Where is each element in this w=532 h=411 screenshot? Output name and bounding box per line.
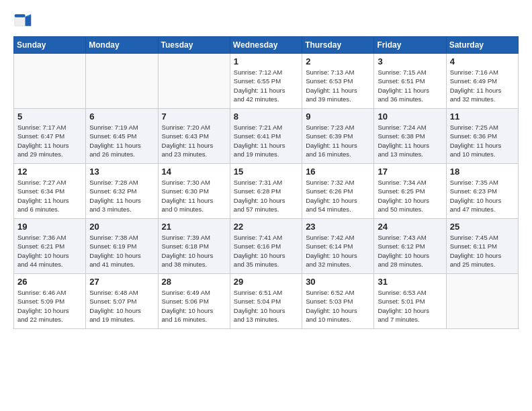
day-info: Sunrise: 7:17 AM Sunset: 6:47 PM Dayligh… <box>17 123 82 158</box>
day-info: Sunrise: 7:25 AM Sunset: 6:36 PM Dayligh… <box>450 123 515 158</box>
day-info: Sunrise: 7:27 AM Sunset: 6:34 PM Dayligh… <box>17 178 82 214</box>
day-cell: 13Sunrise: 7:28 AM Sunset: 6:32 PM Dayli… <box>86 164 158 219</box>
week-row-4: 19Sunrise: 7:36 AM Sunset: 6:21 PM Dayli… <box>14 219 519 274</box>
day-cell: 12Sunrise: 7:27 AM Sunset: 6:34 PM Dayli… <box>14 164 86 219</box>
day-number: 11 <box>450 111 515 122</box>
day-cell: 26Sunrise: 6:46 AM Sunset: 5:09 PM Dayli… <box>14 274 86 329</box>
day-cell: 16Sunrise: 7:32 AM Sunset: 6:26 PM Dayli… <box>302 164 374 219</box>
day-cell: 18Sunrise: 7:35 AM Sunset: 6:23 PM Dayli… <box>446 164 518 219</box>
day-number: 18 <box>450 167 515 177</box>
day-cell <box>14 54 86 109</box>
day-number: 12 <box>17 167 82 177</box>
day-number: 15 <box>234 167 298 177</box>
day-cell: 22Sunrise: 7:41 AM Sunset: 6:16 PM Dayli… <box>230 219 302 274</box>
day-cell: 10Sunrise: 7:24 AM Sunset: 6:38 PM Dayli… <box>374 109 446 164</box>
day-number: 20 <box>89 222 154 232</box>
week-row-3: 12Sunrise: 7:27 AM Sunset: 6:34 PM Dayli… <box>14 164 519 219</box>
day-cell <box>446 274 518 329</box>
day-number: 1 <box>234 56 298 66</box>
svg-rect-1 <box>15 14 26 17</box>
day-info: Sunrise: 7:20 AM Sunset: 6:43 PM Dayligh… <box>162 123 226 158</box>
day-info: Sunrise: 7:30 AM Sunset: 6:30 PM Dayligh… <box>162 178 226 214</box>
col-header-monday: Monday <box>86 37 158 54</box>
day-number: 7 <box>162 111 226 122</box>
day-cell: 23Sunrise: 7:42 AM Sunset: 6:14 PM Dayli… <box>302 219 374 274</box>
week-row-2: 5Sunrise: 7:17 AM Sunset: 6:47 PM Daylig… <box>14 109 519 164</box>
day-info: Sunrise: 7:21 AM Sunset: 6:41 PM Dayligh… <box>234 123 298 158</box>
day-cell: 14Sunrise: 7:30 AM Sunset: 6:30 PM Dayli… <box>158 164 230 219</box>
day-cell: 3Sunrise: 7:15 AM Sunset: 6:51 PM Daylig… <box>374 54 446 109</box>
day-cell: 4Sunrise: 7:16 AM Sunset: 6:49 PM Daylig… <box>446 54 518 109</box>
day-number: 21 <box>162 222 226 232</box>
day-cell: 30Sunrise: 6:52 AM Sunset: 5:03 PM Dayli… <box>302 274 374 329</box>
day-number: 8 <box>234 111 298 122</box>
day-info: Sunrise: 7:23 AM Sunset: 6:39 PM Dayligh… <box>306 123 370 158</box>
day-cell: 8Sunrise: 7:21 AM Sunset: 6:41 PM Daylig… <box>230 109 302 164</box>
day-number: 23 <box>306 222 370 232</box>
day-info: Sunrise: 7:28 AM Sunset: 6:32 PM Dayligh… <box>89 178 154 214</box>
day-info: Sunrise: 6:48 AM Sunset: 5:07 PM Dayligh… <box>89 288 154 324</box>
col-header-sunday: Sunday <box>14 37 86 54</box>
day-info: Sunrise: 7:16 AM Sunset: 6:49 PM Dayligh… <box>450 68 515 103</box>
day-info: Sunrise: 7:13 AM Sunset: 6:53 PM Dayligh… <box>306 68 370 103</box>
day-cell: 5Sunrise: 7:17 AM Sunset: 6:47 PM Daylig… <box>14 109 86 164</box>
day-number: 10 <box>378 111 442 122</box>
day-number: 3 <box>378 56 442 66</box>
day-cell: 7Sunrise: 7:20 AM Sunset: 6:43 PM Daylig… <box>158 109 230 164</box>
day-number: 4 <box>450 56 515 66</box>
col-header-tuesday: Tuesday <box>158 37 230 54</box>
day-cell: 9Sunrise: 7:23 AM Sunset: 6:39 PM Daylig… <box>302 109 374 164</box>
day-number: 28 <box>162 277 226 287</box>
day-info: Sunrise: 7:39 AM Sunset: 6:18 PM Dayligh… <box>162 233 226 269</box>
day-number: 16 <box>306 167 370 177</box>
day-cell: 28Sunrise: 6:49 AM Sunset: 5:06 PM Dayli… <box>158 274 230 329</box>
day-cell: 6Sunrise: 7:19 AM Sunset: 6:45 PM Daylig… <box>86 109 158 164</box>
day-info: Sunrise: 7:19 AM Sunset: 6:45 PM Dayligh… <box>89 123 154 158</box>
col-header-friday: Friday <box>374 37 446 54</box>
day-info: Sunrise: 7:31 AM Sunset: 6:28 PM Dayligh… <box>234 178 298 214</box>
day-info: Sunrise: 6:51 AM Sunset: 5:04 PM Dayligh… <box>234 288 298 324</box>
day-cell: 2Sunrise: 7:13 AM Sunset: 6:53 PM Daylig… <box>302 54 374 109</box>
day-number: 26 <box>17 277 82 287</box>
day-info: Sunrise: 7:24 AM Sunset: 6:38 PM Dayligh… <box>378 123 442 158</box>
col-header-wednesday: Wednesday <box>230 37 302 54</box>
day-number: 19 <box>17 222 82 232</box>
day-info: Sunrise: 7:34 AM Sunset: 6:25 PM Dayligh… <box>378 178 442 214</box>
day-info: Sunrise: 6:53 AM Sunset: 5:01 PM Dayligh… <box>378 288 442 324</box>
day-number: 30 <box>306 277 370 287</box>
calendar-header-row: SundayMondayTuesdayWednesdayThursdayFrid… <box>14 37 519 54</box>
day-number: 2 <box>306 56 370 66</box>
day-number: 6 <box>89 111 154 122</box>
day-number: 13 <box>89 167 154 177</box>
day-info: Sunrise: 7:35 AM Sunset: 6:23 PM Dayligh… <box>450 178 515 214</box>
day-cell: 31Sunrise: 6:53 AM Sunset: 5:01 PM Dayli… <box>374 274 446 329</box>
day-info: Sunrise: 7:38 AM Sunset: 6:19 PM Dayligh… <box>89 233 154 269</box>
page-header <box>13 11 519 30</box>
day-info: Sunrise: 6:49 AM Sunset: 5:06 PM Dayligh… <box>162 288 226 324</box>
logo-icon <box>13 11 32 30</box>
day-cell: 29Sunrise: 6:51 AM Sunset: 5:04 PM Dayli… <box>230 274 302 329</box>
day-cell: 24Sunrise: 7:43 AM Sunset: 6:12 PM Dayli… <box>374 219 446 274</box>
day-number: 14 <box>162 167 226 177</box>
logo <box>13 11 35 30</box>
day-cell: 21Sunrise: 7:39 AM Sunset: 6:18 PM Dayli… <box>158 219 230 274</box>
day-number: 9 <box>306 111 370 122</box>
day-number: 25 <box>450 222 515 232</box>
day-cell: 19Sunrise: 7:36 AM Sunset: 6:21 PM Dayli… <box>14 219 86 274</box>
day-number: 27 <box>89 277 154 287</box>
day-number: 5 <box>17 111 82 122</box>
day-cell <box>158 54 230 109</box>
day-info: Sunrise: 7:45 AM Sunset: 6:11 PM Dayligh… <box>450 233 515 269</box>
day-number: 24 <box>378 222 442 232</box>
col-header-saturday: Saturday <box>446 37 518 54</box>
day-info: Sunrise: 7:36 AM Sunset: 6:21 PM Dayligh… <box>17 233 82 269</box>
day-number: 29 <box>234 277 298 287</box>
day-cell: 17Sunrise: 7:34 AM Sunset: 6:25 PM Dayli… <box>374 164 446 219</box>
day-info: Sunrise: 7:43 AM Sunset: 6:12 PM Dayligh… <box>378 233 442 269</box>
day-cell: 25Sunrise: 7:45 AM Sunset: 6:11 PM Dayli… <box>446 219 518 274</box>
calendar-table: SundayMondayTuesdayWednesdayThursdayFrid… <box>13 36 519 329</box>
col-header-thursday: Thursday <box>302 37 374 54</box>
day-cell: 15Sunrise: 7:31 AM Sunset: 6:28 PM Dayli… <box>230 164 302 219</box>
day-info: Sunrise: 7:41 AM Sunset: 6:16 PM Dayligh… <box>234 233 298 269</box>
day-info: Sunrise: 7:12 AM Sunset: 6:55 PM Dayligh… <box>234 68 298 103</box>
